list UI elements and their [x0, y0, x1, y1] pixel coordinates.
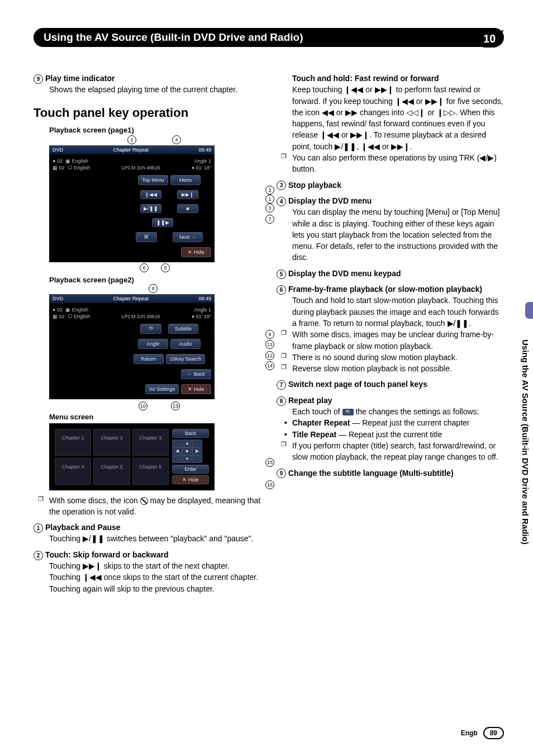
- scr1-stop[interactable]: ■: [177, 204, 198, 213]
- item-2-skip: 2Touch: Skip forward or backward Touchin…: [34, 549, 261, 594]
- menu-c4[interactable]: Chapter 4: [55, 458, 91, 485]
- item-8-repeat: 8Repeat play Each touch of the changes t…: [277, 395, 504, 463]
- label-page1: Playback screen (page1): [49, 126, 261, 134]
- scr2-repeat[interactable]: ⟲: [140, 324, 161, 334]
- menu-back[interactable]: Back: [172, 429, 209, 438]
- item-hold: Touch and hold: Fast rewind or forward K…: [277, 73, 504, 175]
- header: Chapter Using the AV Source (Built-in DV…: [34, 28, 504, 56]
- scr2-subtitle[interactable]: Subtitle: [168, 324, 198, 334]
- scr2-hide[interactable]: ✕ Hide: [181, 384, 211, 394]
- title-bar: Using the AV Source (Built-in DVD Drive …: [34, 28, 504, 47]
- scr1-hide[interactable]: ✕ Hide: [181, 247, 211, 257]
- scr2-angle[interactable]: Angle: [138, 339, 168, 349]
- scr1-menu[interactable]: Menu: [170, 175, 201, 185]
- right-column: Touch and hold: Fast rewind or forward K…: [277, 73, 504, 599]
- left-column: 9Play time indicator Shows the elapsed p…: [34, 73, 261, 599]
- menu-c6[interactable]: Chapter 6: [132, 458, 169, 485]
- item-3-stop: 3Stop playback: [277, 179, 504, 191]
- scr2-back[interactable]: ← Back: [181, 369, 211, 379]
- footer-lang: Engb: [461, 729, 478, 737]
- item-9-head: Play time indicator: [45, 74, 115, 83]
- side-tab: Using the AV Source (Built-in DVD Drive …: [517, 313, 533, 570]
- scr1-src: DVD: [53, 147, 63, 153]
- chapter-number-badge: 10: [477, 30, 502, 48]
- scr1-nextpage[interactable]: Next →: [173, 232, 203, 242]
- item-7-switch: 7Switch next page of touch panel keys: [277, 379, 504, 390]
- menu-arrow-pad[interactable]: ▲ ◀■▶ ▼: [172, 440, 209, 463]
- note-invalid-icon: With some discs, the icon may be display…: [34, 495, 261, 518]
- menu-c3[interactable]: Chapter 3: [132, 429, 169, 456]
- scr2-avsettings[interactable]: AV Settings: [145, 384, 179, 394]
- screenshot-menu: 15 16 Chapter 1 Chapter 2 Chapter 3 Chap…: [49, 423, 261, 490]
- item-5-keypad: 5Display the DVD menu keypad: [277, 268, 504, 279]
- label-page2: Playback screen (page2): [49, 276, 261, 284]
- page-number: 89: [483, 727, 504, 739]
- label-menu: Menu screen: [49, 413, 261, 421]
- item-4-dvdmenu: 4Display the DVD menu You can display th…: [277, 195, 504, 263]
- scr2-10key[interactable]: 10Key Search: [166, 354, 206, 364]
- scr1-time: 08:49: [198, 147, 211, 153]
- section-title: Touch panel key operation: [34, 106, 261, 120]
- item-9-subtitle: 9Change the subtitle language (Multi-sub…: [277, 467, 504, 479]
- item-9-body: Shows the elapsed playing time of the cu…: [34, 84, 261, 95]
- footer: Engb 89: [461, 727, 504, 739]
- item-9-playtime: 9Play time indicator Shows the elapsed p…: [34, 73, 261, 96]
- menu-enter[interactable]: Enter: [172, 465, 209, 474]
- scr1-repeat: Repeat: [132, 147, 149, 153]
- scr2-audio[interactable]: Audio: [170, 339, 201, 349]
- scr1-next[interactable]: ▶▶❙: [177, 190, 198, 199]
- title-text: Using the AV Source (Built-in DVD Drive …: [44, 31, 303, 44]
- scr1-play[interactable]: ▶/❚❚: [140, 204, 161, 213]
- page: Chapter Using the AV Source (Built-in DV…: [0, 0, 533, 756]
- scr1-keypad[interactable]: ⊞: [136, 232, 157, 242]
- two-column-body: 9Play time indicator Shows the elapsed p…: [34, 73, 504, 599]
- screenshot-page2: 8 9 11 12 14 10 13 DVD Chapter Repeat 08…: [49, 286, 261, 408]
- prohibit-icon: [140, 497, 148, 505]
- screenshot-page1: 2 4 2 1 3 7 6 5 DVD Chapter Repeat 08:49…: [49, 136, 261, 271]
- menu-c2[interactable]: Chapter 2: [93, 429, 130, 456]
- scr2-return[interactable]: Return: [134, 354, 164, 364]
- item-1-playback: 1Playback and Pause Touching ▶/❚❚ switch…: [34, 522, 261, 545]
- scr1-prev[interactable]: ❙◀◀: [140, 190, 161, 199]
- menu-hide[interactable]: ✕ Hide: [172, 475, 209, 484]
- scr1-slow[interactable]: ❚❚▶: [152, 218, 173, 227]
- menu-c5[interactable]: Chapter 5: [93, 458, 130, 485]
- item-6-frame: 6Frame-by-frame playback (or slow-motion…: [277, 284, 504, 374]
- scr1-chapter: Chapter: [113, 147, 131, 153]
- repeat-icon: [342, 409, 354, 415]
- scr1-topmenu[interactable]: Top Menu: [138, 175, 168, 185]
- menu-c1[interactable]: Chapter 1: [55, 429, 91, 456]
